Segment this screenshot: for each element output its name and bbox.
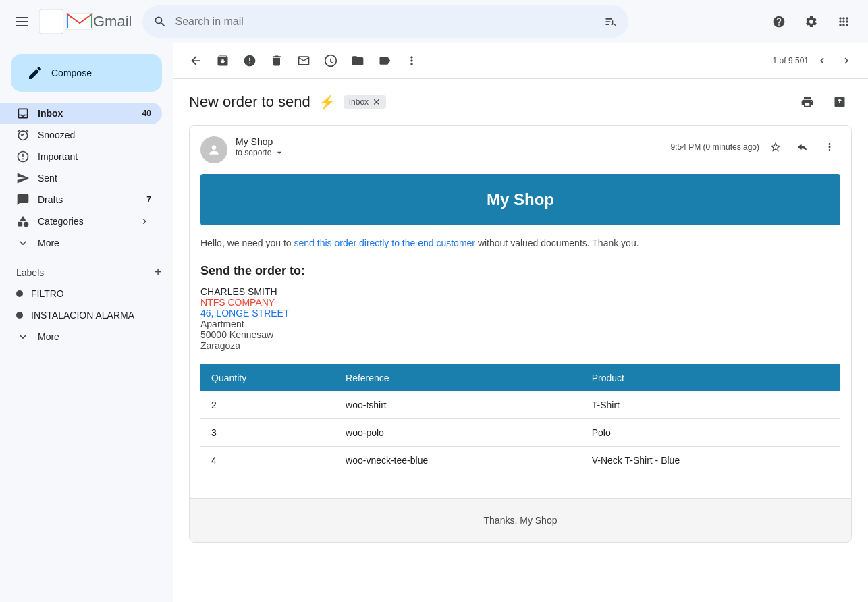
address-region: Zaragoza	[200, 340, 840, 351]
snooze-button[interactable]	[319, 49, 343, 73]
email-body: My Shop Hello, we need you to send this …	[190, 174, 851, 498]
next-email-button[interactable]	[836, 50, 857, 72]
label-item-filtro[interactable]: FILTRO	[0, 283, 162, 304]
labels-heading: Labels	[16, 267, 44, 278]
gmail-label: Gmail	[93, 13, 132, 30]
label-button[interactable]	[373, 49, 397, 73]
sender-info: My Shop to soporte	[236, 136, 663, 158]
address-company: NTFS COMPANY	[200, 297, 840, 308]
sent-icon	[16, 171, 30, 185]
bolt-icon: ⚡	[319, 94, 335, 110]
email-footer: Thanks, My Shop	[190, 498, 851, 542]
sidebar-item-more[interactable]: More	[0, 232, 162, 254]
sidebar-item-sent[interactable]: Sent	[0, 167, 162, 189]
hamburger-menu[interactable]	[11, 11, 34, 32]
labels-more-label: More	[38, 331, 59, 342]
inbox-label: Inbox	[38, 108, 63, 119]
more-email-options-button[interactable]	[819, 136, 840, 158]
col-quantity: Quantity	[200, 364, 335, 391]
sidebar: Compose Inbox 40 Snoozed	[0, 43, 173, 602]
apps-button[interactable]	[830, 8, 857, 35]
move-to-button[interactable]	[346, 49, 370, 73]
remove-tag-button[interactable]: ✕	[373, 97, 381, 107]
inbox-icon	[16, 107, 30, 120]
cell-product-2: V-Neck T-Shirt - Blue	[581, 447, 840, 474]
archive-button[interactable]	[211, 49, 235, 73]
reply-button[interactable]	[792, 136, 813, 158]
back-button[interactable]	[184, 49, 208, 73]
delete-button[interactable]	[265, 49, 289, 73]
cell-product-1: Polo	[581, 419, 840, 447]
label-name-filtro: FILTRO	[31, 288, 64, 299]
help-button[interactable]	[765, 8, 792, 35]
email-subject-line: New order to send ⚡ Inbox ✕	[189, 90, 852, 114]
pagination-text: 1 of 9,501	[773, 56, 809, 65]
important-icon	[16, 150, 30, 163]
drafts-label: Drafts	[38, 194, 63, 205]
compose-button[interactable]: Compose	[11, 54, 162, 92]
more-label: More	[38, 238, 59, 248]
cell-product-0: T-Shirt	[581, 391, 840, 419]
address-city: 50000 Kennesaw	[200, 329, 840, 340]
more-options-button[interactable]	[400, 49, 424, 73]
email-area: 1 of 9,501 New order to send ⚡ Inbox ✕	[173, 43, 868, 602]
cell-quantity-1: 3	[200, 419, 335, 447]
compose-icon	[27, 65, 43, 81]
expand-recipients-icon	[274, 147, 285, 158]
email-intro: Hello, we need you to send this order di…	[200, 236, 840, 250]
gmail-m-icon	[66, 12, 93, 31]
search-bar[interactable]	[142, 5, 628, 38]
search-input[interactable]	[175, 16, 596, 28]
mark-unread-button[interactable]	[292, 49, 316, 73]
svg-rect-2	[39, 9, 63, 34]
top-bar: Gmail	[0, 0, 868, 43]
label-dot-filtro	[16, 290, 23, 297]
email-header: My Shop to soporte 9:54 PM (0 minutes ag…	[190, 126, 851, 174]
settings-button[interactable]	[798, 8, 825, 35]
sent-label: Sent	[38, 173, 57, 184]
drafts-count: 7	[146, 195, 151, 204]
email-toolbar: 1 of 9,501	[173, 43, 868, 79]
footer-text: Thanks, My Shop	[484, 515, 558, 526]
prev-email-button[interactable]	[811, 50, 833, 72]
m-logo-icon	[39, 9, 63, 34]
sidebar-item-inbox[interactable]: Inbox 40	[0, 103, 162, 124]
sidebar-item-important[interactable]: Important	[0, 146, 162, 167]
email-time: 9:54 PM (0 minutes ago)	[671, 142, 759, 152]
gmail-logo: Gmail	[39, 9, 132, 34]
add-label-button[interactable]: +	[154, 265, 162, 280]
star-button[interactable]	[765, 136, 786, 158]
sidebar-item-labels-more[interactable]: More	[0, 326, 162, 348]
intro-highlight: send this order directly to the end cust…	[294, 238, 475, 248]
print-button[interactable]	[795, 90, 819, 114]
sidebar-item-categories[interactable]: Categories	[0, 211, 162, 232]
svg-point-6	[24, 222, 29, 227]
cell-quantity-2: 4	[200, 447, 335, 474]
address-apt: Apartment	[200, 319, 840, 329]
snoozed-label: Snoozed	[38, 130, 75, 140]
email-thread: New order to send ⚡ Inbox ✕	[173, 79, 868, 602]
email-subject: New order to send	[189, 93, 310, 111]
categories-icon	[16, 215, 30, 228]
expand-button[interactable]	[828, 90, 852, 114]
table-row: 3 woo-polo Polo	[200, 419, 840, 447]
sidebar-item-snoozed[interactable]: Snoozed	[0, 124, 162, 146]
search-icon	[153, 15, 167, 28]
top-bar-right	[765, 8, 857, 35]
categories-label: Categories	[38, 216, 84, 227]
search-filter-icon[interactable]	[604, 15, 618, 28]
sidebar-item-drafts[interactable]: Drafts 7	[0, 189, 162, 211]
col-reference: Reference	[335, 364, 581, 391]
label-dot-instalacion	[16, 312, 23, 319]
sender-to[interactable]: to soporte	[236, 147, 663, 158]
report-spam-button[interactable]	[238, 49, 262, 73]
label-name-instalacion: INSTALACION ALARMA	[31, 310, 134, 321]
main-layout: Compose Inbox 40 Snoozed	[0, 43, 868, 602]
snoozed-icon	[16, 128, 30, 142]
table-row: 2 woo-tshirt T-Shirt	[200, 391, 840, 419]
labels-section: Labels +	[0, 259, 173, 283]
col-product: Product	[581, 364, 840, 391]
cell-reference-0: woo-tshirt	[335, 391, 581, 419]
label-item-instalacion[interactable]: INSTALACION ALARMA	[0, 304, 162, 326]
sender-avatar	[200, 136, 227, 163]
